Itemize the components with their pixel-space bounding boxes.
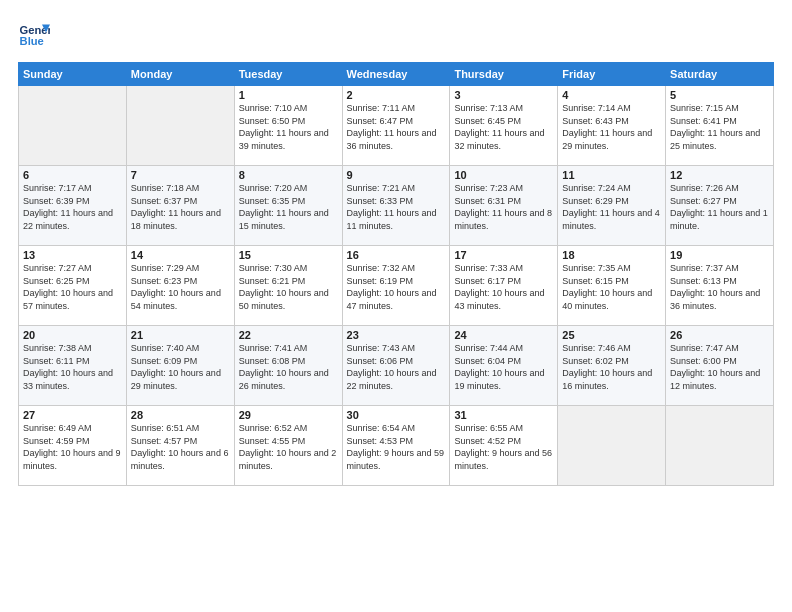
calendar-cell: 31Sunrise: 6:55 AMSunset: 4:52 PMDayligh…: [450, 406, 558, 486]
day-info: Sunrise: 6:54 AMSunset: 4:53 PMDaylight:…: [347, 422, 446, 472]
day-info: Sunrise: 7:11 AMSunset: 6:47 PMDaylight:…: [347, 102, 446, 152]
day-info: Sunrise: 7:24 AMSunset: 6:29 PMDaylight:…: [562, 182, 661, 232]
day-info: Sunrise: 7:47 AMSunset: 6:00 PMDaylight:…: [670, 342, 769, 392]
calendar-cell: 27Sunrise: 6:49 AMSunset: 4:59 PMDayligh…: [19, 406, 127, 486]
day-info: Sunrise: 7:41 AMSunset: 6:08 PMDaylight:…: [239, 342, 338, 392]
calendar-cell: 20Sunrise: 7:38 AMSunset: 6:11 PMDayligh…: [19, 326, 127, 406]
calendar-cell: [126, 86, 234, 166]
calendar-week-row: 13Sunrise: 7:27 AMSunset: 6:25 PMDayligh…: [19, 246, 774, 326]
calendar-cell: 14Sunrise: 7:29 AMSunset: 6:23 PMDayligh…: [126, 246, 234, 326]
day-number: 7: [131, 169, 230, 181]
day-number: 9: [347, 169, 446, 181]
day-number: 16: [347, 249, 446, 261]
header-row: Sunday Monday Tuesday Wednesday Thursday…: [19, 63, 774, 86]
day-number: 2: [347, 89, 446, 101]
calendar-cell: [666, 406, 774, 486]
day-number: 10: [454, 169, 553, 181]
svg-text:Blue: Blue: [20, 35, 44, 47]
day-info: Sunrise: 7:26 AMSunset: 6:27 PMDaylight:…: [670, 182, 769, 232]
day-info: Sunrise: 7:27 AMSunset: 6:25 PMDaylight:…: [23, 262, 122, 312]
col-friday: Friday: [558, 63, 666, 86]
header: General Blue: [18, 18, 774, 50]
day-number: 26: [670, 329, 769, 341]
day-number: 11: [562, 169, 661, 181]
col-wednesday: Wednesday: [342, 63, 450, 86]
col-saturday: Saturday: [666, 63, 774, 86]
calendar-cell: 25Sunrise: 7:46 AMSunset: 6:02 PMDayligh…: [558, 326, 666, 406]
day-info: Sunrise: 7:18 AMSunset: 6:37 PMDaylight:…: [131, 182, 230, 232]
day-number: 24: [454, 329, 553, 341]
day-info: Sunrise: 6:51 AMSunset: 4:57 PMDaylight:…: [131, 422, 230, 472]
calendar-cell: 11Sunrise: 7:24 AMSunset: 6:29 PMDayligh…: [558, 166, 666, 246]
calendar-week-row: 27Sunrise: 6:49 AMSunset: 4:59 PMDayligh…: [19, 406, 774, 486]
day-number: 17: [454, 249, 553, 261]
day-info: Sunrise: 7:32 AMSunset: 6:19 PMDaylight:…: [347, 262, 446, 312]
calendar-cell: 6Sunrise: 7:17 AMSunset: 6:39 PMDaylight…: [19, 166, 127, 246]
day-info: Sunrise: 7:30 AMSunset: 6:21 PMDaylight:…: [239, 262, 338, 312]
day-info: Sunrise: 7:13 AMSunset: 6:45 PMDaylight:…: [454, 102, 553, 152]
calendar-cell: 29Sunrise: 6:52 AMSunset: 4:55 PMDayligh…: [234, 406, 342, 486]
day-number: 31: [454, 409, 553, 421]
calendar-cell: 13Sunrise: 7:27 AMSunset: 6:25 PMDayligh…: [19, 246, 127, 326]
calendar-cell: 30Sunrise: 6:54 AMSunset: 4:53 PMDayligh…: [342, 406, 450, 486]
day-info: Sunrise: 6:52 AMSunset: 4:55 PMDaylight:…: [239, 422, 338, 472]
calendar-cell: 19Sunrise: 7:37 AMSunset: 6:13 PMDayligh…: [666, 246, 774, 326]
calendar-cell: 21Sunrise: 7:40 AMSunset: 6:09 PMDayligh…: [126, 326, 234, 406]
day-info: Sunrise: 6:49 AMSunset: 4:59 PMDaylight:…: [23, 422, 122, 472]
calendar-cell: 16Sunrise: 7:32 AMSunset: 6:19 PMDayligh…: [342, 246, 450, 326]
day-number: 28: [131, 409, 230, 421]
calendar-cell: 8Sunrise: 7:20 AMSunset: 6:35 PMDaylight…: [234, 166, 342, 246]
day-number: 15: [239, 249, 338, 261]
calendar-cell: 15Sunrise: 7:30 AMSunset: 6:21 PMDayligh…: [234, 246, 342, 326]
day-info: Sunrise: 7:14 AMSunset: 6:43 PMDaylight:…: [562, 102, 661, 152]
calendar-cell: 4Sunrise: 7:14 AMSunset: 6:43 PMDaylight…: [558, 86, 666, 166]
calendar-cell: 7Sunrise: 7:18 AMSunset: 6:37 PMDaylight…: [126, 166, 234, 246]
day-number: 23: [347, 329, 446, 341]
day-info: Sunrise: 7:40 AMSunset: 6:09 PMDaylight:…: [131, 342, 230, 392]
day-number: 20: [23, 329, 122, 341]
logo-icon: General Blue: [18, 18, 50, 50]
col-monday: Monday: [126, 63, 234, 86]
calendar-cell: 18Sunrise: 7:35 AMSunset: 6:15 PMDayligh…: [558, 246, 666, 326]
calendar-cell: 9Sunrise: 7:21 AMSunset: 6:33 PMDaylight…: [342, 166, 450, 246]
day-info: Sunrise: 7:15 AMSunset: 6:41 PMDaylight:…: [670, 102, 769, 152]
day-info: Sunrise: 7:17 AMSunset: 6:39 PMDaylight:…: [23, 182, 122, 232]
day-number: 27: [23, 409, 122, 421]
day-number: 1: [239, 89, 338, 101]
day-info: Sunrise: 7:35 AMSunset: 6:15 PMDaylight:…: [562, 262, 661, 312]
calendar-cell: 10Sunrise: 7:23 AMSunset: 6:31 PMDayligh…: [450, 166, 558, 246]
day-number: 4: [562, 89, 661, 101]
day-info: Sunrise: 7:44 AMSunset: 6:04 PMDaylight:…: [454, 342, 553, 392]
calendar-week-row: 6Sunrise: 7:17 AMSunset: 6:39 PMDaylight…: [19, 166, 774, 246]
calendar-cell: 3Sunrise: 7:13 AMSunset: 6:45 PMDaylight…: [450, 86, 558, 166]
day-number: 18: [562, 249, 661, 261]
col-sunday: Sunday: [19, 63, 127, 86]
col-thursday: Thursday: [450, 63, 558, 86]
calendar-cell: [19, 86, 127, 166]
day-info: Sunrise: 7:20 AMSunset: 6:35 PMDaylight:…: [239, 182, 338, 232]
day-number: 22: [239, 329, 338, 341]
day-number: 12: [670, 169, 769, 181]
day-number: 6: [23, 169, 122, 181]
day-info: Sunrise: 7:43 AMSunset: 6:06 PMDaylight:…: [347, 342, 446, 392]
col-tuesday: Tuesday: [234, 63, 342, 86]
day-info: Sunrise: 7:46 AMSunset: 6:02 PMDaylight:…: [562, 342, 661, 392]
calendar-page: General Blue Sunday Monday Tuesday Wedne…: [0, 0, 792, 612]
calendar-cell: 23Sunrise: 7:43 AMSunset: 6:06 PMDayligh…: [342, 326, 450, 406]
day-info: Sunrise: 6:55 AMSunset: 4:52 PMDaylight:…: [454, 422, 553, 472]
day-number: 25: [562, 329, 661, 341]
day-number: 21: [131, 329, 230, 341]
calendar-cell: 26Sunrise: 7:47 AMSunset: 6:00 PMDayligh…: [666, 326, 774, 406]
calendar-cell: 12Sunrise: 7:26 AMSunset: 6:27 PMDayligh…: [666, 166, 774, 246]
day-number: 19: [670, 249, 769, 261]
calendar-table: Sunday Monday Tuesday Wednesday Thursday…: [18, 62, 774, 486]
day-info: Sunrise: 7:29 AMSunset: 6:23 PMDaylight:…: [131, 262, 230, 312]
day-number: 8: [239, 169, 338, 181]
day-number: 14: [131, 249, 230, 261]
calendar-cell: 1Sunrise: 7:10 AMSunset: 6:50 PMDaylight…: [234, 86, 342, 166]
calendar-cell: 24Sunrise: 7:44 AMSunset: 6:04 PMDayligh…: [450, 326, 558, 406]
day-info: Sunrise: 7:10 AMSunset: 6:50 PMDaylight:…: [239, 102, 338, 152]
day-info: Sunrise: 7:23 AMSunset: 6:31 PMDaylight:…: [454, 182, 553, 232]
calendar-week-row: 20Sunrise: 7:38 AMSunset: 6:11 PMDayligh…: [19, 326, 774, 406]
calendar-week-row: 1Sunrise: 7:10 AMSunset: 6:50 PMDaylight…: [19, 86, 774, 166]
